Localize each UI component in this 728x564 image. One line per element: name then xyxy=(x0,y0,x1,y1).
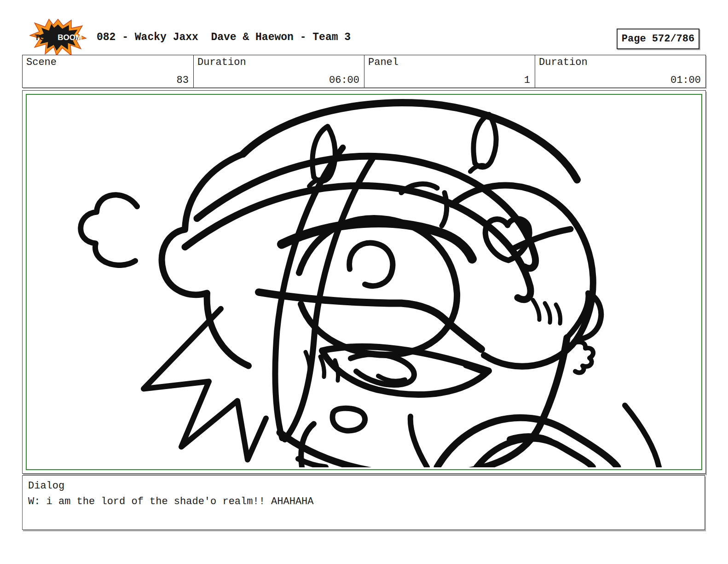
goggle-lower-rim xyxy=(259,292,481,349)
panel-cell: Panel 1 xyxy=(364,55,535,87)
lash-right-2 xyxy=(545,303,550,323)
panel-duration-value: 01:00 xyxy=(670,75,701,86)
scene-duration-label: Duration xyxy=(197,57,246,68)
page-title: 082 - Wacky Jaxx Dave & Haewon - Team 3 xyxy=(97,31,351,43)
pupil-left xyxy=(349,243,393,286)
scene-duration-cell: Duration 06:00 xyxy=(193,55,364,87)
lash-right-1 xyxy=(533,300,539,320)
lash-right-3 xyxy=(556,305,560,324)
dialog-text: W: i am the lord of the shade'o realm!! … xyxy=(28,494,699,510)
arm-edge xyxy=(625,406,659,467)
storyboard-panel xyxy=(22,90,706,474)
page-number-label: Page 572/786 xyxy=(622,33,694,45)
panel-duration-cell: Duration 01:00 xyxy=(535,55,705,87)
storyboard-page: TOONBOOM 082 - Wacky Jaxx Dave & Haewon … xyxy=(0,0,728,564)
hair-cloud-big xyxy=(162,154,248,366)
storyboard-drawing xyxy=(28,96,699,467)
horn-right xyxy=(474,115,496,167)
logo-wordmark: TOONBOOM xyxy=(35,33,82,42)
toonboom-logo: TOONBOOM xyxy=(29,18,87,56)
scene-value: 83 xyxy=(177,75,189,86)
tongue-fold xyxy=(378,376,405,381)
scene-info-table: Scene 83 Duration 06:00 Panel 1 Duration… xyxy=(22,55,706,88)
panel-label: Panel xyxy=(368,57,399,68)
dialog-label: Dialog xyxy=(28,478,699,494)
scene-duration-value: 06:00 xyxy=(329,75,359,86)
scene-cell: Scene 83 xyxy=(23,55,193,87)
panel-duration-label: Duration xyxy=(539,57,588,68)
page-number-box: Page 572/786 xyxy=(617,29,699,49)
dialog-box: Dialog W: i am the lord of the shade'o r… xyxy=(22,475,705,530)
hair-cloud-small xyxy=(81,195,137,265)
scene-label: Scene xyxy=(26,57,57,68)
panel-value: 1 xyxy=(524,75,530,86)
lower-lip-loop xyxy=(333,408,365,431)
hair-spikes xyxy=(144,309,266,460)
neck-line-right xyxy=(410,417,427,467)
bandana-brim-lower xyxy=(185,186,531,299)
lash-left-2 xyxy=(320,357,324,377)
